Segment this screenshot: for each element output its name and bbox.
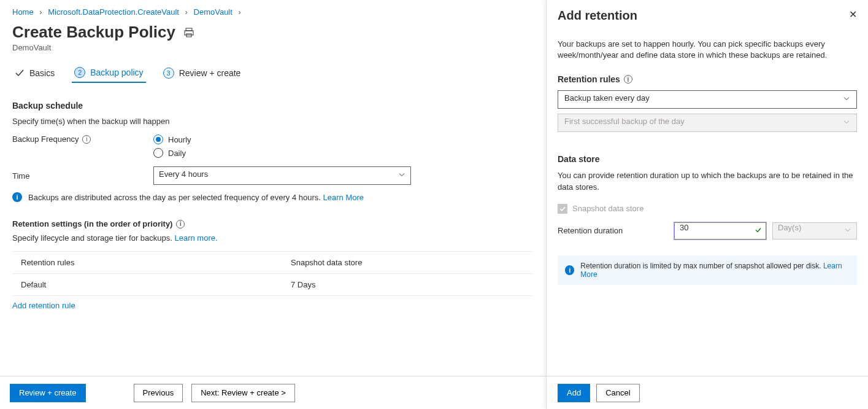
schedule-heading: Backup schedule (12, 101, 534, 111)
wizard-footer: Review + create Previous Next: Review + … (0, 376, 546, 409)
retention-rule-select[interactable]: Backup taken every day (558, 90, 857, 109)
radio-label: Hourly (168, 135, 191, 144)
print-icon[interactable] (184, 28, 194, 37)
chevron-down-icon (844, 226, 851, 235)
retention-table: Retention rules Snapshot data store Defa… (12, 251, 534, 296)
cell-store-value: 7 Days (291, 280, 525, 289)
select-value: Backup taken every day (564, 93, 650, 103)
previous-button[interactable]: Previous (134, 384, 183, 402)
add-retention-panel: Add retention ✕ Your backups are set to … (546, 0, 868, 409)
checkmark-icon (755, 226, 762, 235)
review-create-button[interactable]: Review + create (10, 384, 86, 402)
table-row[interactable]: Default 7 Days (12, 274, 534, 296)
panel-footer: Add Cancel (547, 376, 868, 409)
chevron-right-icon: › (185, 7, 188, 17)
checkbox-label: Snapshot data store (572, 204, 643, 213)
retention-heading: Retention settings (in the order of prio… (12, 219, 534, 228)
table-header-row: Retention rules Snapshot data store (12, 252, 534, 274)
retention-rules-heading: Retention rules i (558, 74, 857, 84)
panel-description: Your backups are set to happen hourly. Y… (558, 39, 857, 61)
schedule-info-banner: i Backups are distributed across the day… (12, 192, 534, 202)
info-icon[interactable]: i (624, 75, 632, 84)
radio-hourly[interactable]: Hourly (153, 134, 191, 144)
radio-label: Daily (168, 149, 186, 158)
select-value: First successful backup of the day (564, 117, 685, 126)
snapshot-data-store-checkbox: Snapshot data store (558, 204, 857, 214)
step-number-icon: 3 (163, 68, 174, 79)
next-button[interactable]: Next: Review + create > (191, 384, 295, 402)
step-backup-policy[interactable]: 2 Backup policy (72, 63, 145, 83)
retention-duration-input[interactable]: 30 (674, 222, 766, 240)
page-subtitle: DemoVault (12, 43, 534, 52)
retention-subheading: Specify lifecycle and storage tier for b… (12, 233, 534, 243)
breadcrumb-item-1[interactable]: Microsoft.DataProtection.CreateVault (48, 7, 179, 17)
info-text: Backups are distributed across the day a… (28, 193, 321, 202)
chevron-down-icon (398, 171, 405, 181)
step-review-create[interactable]: 3 Review + create (161, 64, 244, 82)
retention-sub-rule-select: First successful backup of the day (558, 114, 857, 132)
wizard-steps: Basics 2 Backup policy 3 Review + create (12, 63, 534, 84)
retention-duration-unit-select: Day(s) (772, 222, 857, 240)
main-content: Home › Microsoft.DataProtection.CreateVa… (0, 0, 546, 409)
svg-rect-0 (186, 28, 192, 31)
close-icon[interactable]: ✕ (849, 9, 857, 20)
info-icon[interactable]: i (82, 135, 91, 144)
cancel-button[interactable]: Cancel (596, 384, 639, 402)
learn-more-link[interactable]: Learn more. (174, 233, 217, 243)
data-store-heading: Data store (558, 154, 857, 164)
select-value: Every 4 hours (159, 169, 208, 179)
schedule-subheading: Specify time(s) when the backup will hap… (12, 117, 534, 126)
breadcrumb: Home › Microsoft.DataProtection.CreateVa… (12, 7, 534, 17)
radio-input[interactable] (153, 134, 163, 144)
step-label: Backup policy (90, 68, 143, 77)
checkmark-icon (15, 68, 25, 78)
info-icon: i (12, 192, 22, 202)
step-label: Review + create (179, 68, 241, 78)
breadcrumb-item-2[interactable]: DemoVault (194, 7, 232, 17)
radio-input[interactable] (153, 148, 163, 158)
add-retention-rule-link[interactable]: Add retention rule (12, 301, 75, 310)
step-label: Basics (29, 68, 55, 78)
panel-info-banner: i Retention duration is limited by max n… (558, 255, 857, 285)
page-title: Create Backup Policy (12, 23, 175, 42)
step-basics[interactable]: Basics (12, 64, 57, 82)
panel-title: Add retention (558, 9, 637, 23)
backup-frequency-radio-group: Hourly Daily (153, 134, 191, 158)
svg-rect-1 (185, 31, 193, 35)
info-icon: i (565, 265, 574, 275)
add-button[interactable]: Add (558, 384, 590, 402)
breadcrumb-home[interactable]: Home (12, 7, 34, 17)
col-snapshot-store: Snapshot data store (291, 258, 525, 267)
step-number-icon: 2 (74, 67, 85, 78)
checkbox-icon (558, 204, 567, 214)
select-value: Day(s) (778, 223, 801, 232)
radio-daily[interactable]: Daily (153, 148, 191, 158)
chevron-right-icon: › (39, 7, 42, 17)
info-text: Retention duration is limited by max num… (580, 262, 821, 270)
backup-frequency-label: Backup Frequency i (12, 134, 153, 144)
time-label: Time (12, 171, 153, 181)
learn-more-link[interactable]: Learn More (323, 193, 364, 202)
chevron-down-icon (843, 95, 850, 104)
retention-duration-label: Retention duration (558, 226, 668, 235)
input-value: 30 (680, 223, 688, 232)
time-select[interactable]: Every 4 hours (153, 166, 411, 185)
chevron-right-icon: › (238, 7, 240, 17)
cell-rule-name: Default (21, 280, 291, 289)
data-store-description: You can provide retention duration up to… (558, 170, 857, 192)
col-retention-rules: Retention rules (21, 258, 291, 267)
info-icon[interactable]: i (176, 220, 185, 228)
chevron-down-icon (843, 119, 850, 128)
